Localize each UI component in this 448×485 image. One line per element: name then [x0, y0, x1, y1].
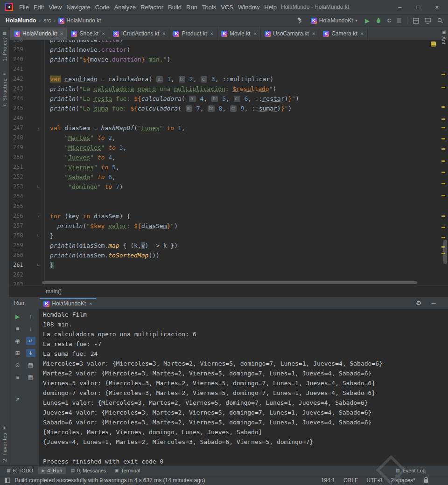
tool-tab-ant[interactable]: ▣ Ant: [440, 30, 448, 45]
code-line[interactable]: 262: [9, 270, 440, 280]
console-line[interactable]: Martes=2 valor: {Miercoles=3, Martes=2, …: [43, 368, 448, 378]
line-separator[interactable]: CRLF: [343, 477, 358, 484]
lock-icon[interactable]: [424, 477, 428, 483]
toolwindow-button-terminal[interactable]: ▣Terminal: [111, 467, 144, 474]
toolwindow-button-messages[interactable]: ▤0: Messages: [67, 467, 110, 474]
hide-panel-icon[interactable]: ─: [432, 299, 436, 306]
context-function[interactable]: main(): [46, 288, 62, 295]
toolwindow-button-todo[interactable]: ▦6: TODO: [3, 467, 37, 474]
console-output[interactable]: Hemdale Film108 min.La calculadora opero…: [39, 309, 448, 465]
close-icon[interactable]: ×: [361, 31, 364, 36]
code-line[interactable]: 250 "Jueves" to 4,: [9, 152, 440, 162]
fold-marker[interactable]: ∨: [33, 123, 45, 133]
code-line[interactable]: 239println(movie.creator): [9, 45, 440, 55]
inspections-warning-icon[interactable]: [431, 42, 436, 47]
code-line[interactable]: 259println(diasSem.map { (k,v) -> k }): [9, 241, 440, 250]
clear-all-icon[interactable]: ▦: [26, 373, 35, 381]
breadcrumb-item[interactable]: src: [42, 17, 52, 24]
print-icon[interactable]: ▤: [26, 361, 35, 369]
down-stack-trace-icon[interactable]: ↓: [26, 325, 35, 333]
stop-icon[interactable]: ■: [13, 325, 22, 333]
pin-icon[interactable]: ⊙: [13, 361, 22, 369]
run-configuration-select[interactable]: K HolaMundoKt ▾: [309, 16, 359, 25]
code-line[interactable]: 257 println("$key valor: ${diasSem}"): [9, 221, 440, 231]
menu-item-help[interactable]: Help: [262, 4, 279, 11]
tab-camera-kt[interactable]: KCamera.kt×: [319, 28, 368, 40]
tool-tab-project[interactable]: ▦1: Project: [2, 31, 7, 61]
code-line[interactable]: 247∨val diasSem = hashMapOf("Lunes" to 1…: [9, 123, 440, 133]
console-line[interactable]: La resta fue: -7: [43, 339, 448, 349]
tool-tab-favorites[interactable]: ★2: Favorites: [2, 426, 7, 462]
console-line[interactable]: Hemdale Film: [43, 310, 448, 319]
code-line[interactable]: 240println("${movie.duration} min."): [9, 55, 440, 64]
run-button[interactable]: ▶: [365, 18, 370, 24]
code-line[interactable]: 248 "Martes" to 2,: [9, 133, 440, 143]
code-line[interactable]: 242var resultado = calculadora( a: 1, b:…: [9, 74, 440, 84]
indent-style[interactable]: 2 spaces*: [391, 477, 415, 484]
console-line[interactable]: Process finished with exit code 0: [43, 457, 448, 465]
build-hammer-icon[interactable]: [296, 17, 303, 24]
code-line[interactable]: 238println(movie.title): [9, 40, 440, 45]
warning-mark[interactable]: [441, 106, 445, 108]
up-stack-trace-icon[interactable]: ↑: [26, 312, 35, 321]
warning-mark[interactable]: [441, 215, 445, 217]
project-structure-icon[interactable]: [413, 18, 419, 24]
close-icon[interactable]: ×: [254, 31, 257, 36]
maximize-button[interactable]: □: [417, 4, 420, 11]
warning-mark[interactable]: [441, 172, 445, 173]
menu-item-file[interactable]: File: [17, 4, 31, 11]
warning-mark[interactable]: [441, 127, 445, 128]
console-line[interactable]: {Jueves=4, Lunes=1, Martes=2, Miercoles=…: [43, 437, 448, 447]
menu-item-run[interactable]: Run: [184, 4, 200, 11]
soft-wrap-icon[interactable]: ↵: [26, 337, 35, 345]
settings-gear-icon[interactable]: ⚙: [416, 299, 421, 306]
code-line[interactable]: 258∟}: [9, 231, 440, 241]
code-line[interactable]: 256∨for (key in diasSem) {: [9, 211, 440, 221]
code-line[interactable]: 253∟ "domingo" to 7): [9, 182, 440, 192]
presentation-monitor-icon[interactable]: [425, 18, 431, 24]
restore-layout-icon[interactable]: ⊞: [13, 349, 22, 357]
code-line[interactable]: 252 "Sabado" to 6,: [9, 172, 440, 182]
menu-item-view[interactable]: View: [46, 4, 64, 11]
code-line[interactable]: 241: [9, 64, 440, 74]
console-line[interactable]: La calculadora opero una multiplicacion:…: [43, 329, 448, 339]
code-editor[interactable]: 238println(movie.title)239println(movie.…: [9, 40, 448, 285]
breadcrumb-item[interactable]: HolaMundo: [5, 17, 37, 24]
rerun-icon[interactable]: ▶: [13, 312, 22, 321]
code-line[interactable]: 255: [9, 201, 440, 211]
warning-mark[interactable]: [441, 195, 445, 196]
code-line[interactable]: 254: [9, 192, 440, 201]
status-message[interactable]: Build completed successfully with 9 warn…: [15, 477, 205, 484]
code-line[interactable]: 246: [9, 113, 440, 123]
warning-mark[interactable]: [441, 148, 445, 150]
menu-item-build[interactable]: Build: [166, 4, 184, 11]
tab-movie-kt[interactable]: KMovie.kt×: [217, 28, 261, 40]
run-tab-holamundokt[interactable]: K HolaMundoKt ×: [40, 298, 96, 308]
menu-item-vcs[interactable]: VCS: [218, 4, 236, 11]
warning-mark[interactable]: [441, 183, 445, 184]
code-line[interactable]: 243println("La calculadora opero una mul…: [9, 84, 440, 94]
menu-item-window[interactable]: Window: [236, 4, 262, 11]
menu-item-code[interactable]: Code: [93, 4, 112, 11]
menu-item-tools[interactable]: Tools: [200, 4, 218, 11]
warning-mark[interactable]: [441, 87, 445, 88]
fold-marker[interactable]: ∟: [33, 260, 45, 270]
vertical-scrollbar[interactable]: [443, 240, 447, 264]
console-line[interactable]: Lunes=1 valor: {Miercoles=3, Martes=2, V…: [43, 398, 448, 408]
breadcrumb-item[interactable]: KHolaMundo.kt: [57, 17, 102, 24]
warning-mark[interactable]: [441, 118, 445, 120]
menu-item-analyze[interactable]: Analyze: [112, 4, 138, 11]
console-line[interactable]: Miercoles=3 valor: {Miercoles=3, Martes=…: [43, 359, 448, 368]
tab-icrudactions-kt[interactable]: KICrudActions.kt×: [109, 28, 170, 40]
file-encoding[interactable]: UTF-8: [366, 477, 382, 484]
console-line[interactable]: [43, 447, 448, 457]
fold-marker[interactable]: ∨: [33, 211, 45, 221]
tool-tab-structure[interactable]: ≡7: Structure: [2, 71, 7, 107]
menu-item-refactor[interactable]: Refactor: [138, 4, 166, 11]
warning-mark[interactable]: [441, 74, 445, 75]
console-line[interactable]: domingo=7 valor: {Miercoles=3, Martes=2,…: [43, 388, 448, 398]
search-icon[interactable]: [437, 17, 443, 24]
tab-shoe-kt[interactable]: KShoe.kt×: [67, 28, 109, 40]
options-list-icon[interactable]: ≡: [13, 373, 22, 381]
close-button[interactable]: ×: [435, 4, 439, 11]
